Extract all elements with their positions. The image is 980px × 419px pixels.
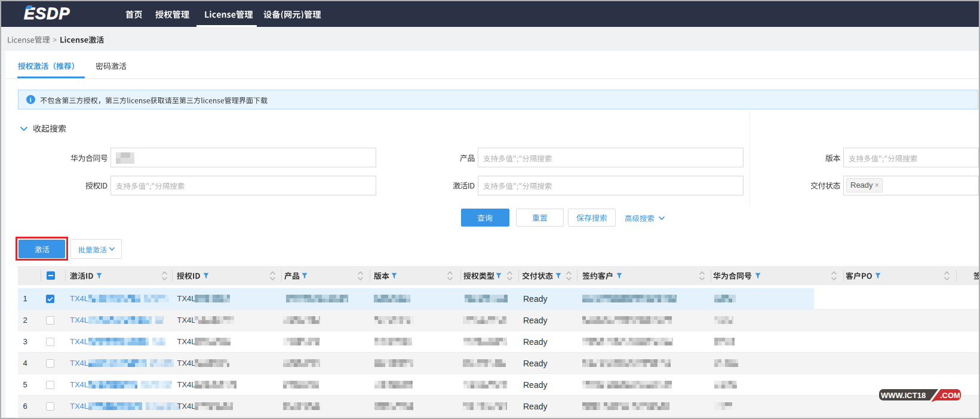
svg-text:.COM: .COM (940, 391, 960, 400)
svg-text:WWW.ICT18: WWW.ICT18 (881, 391, 926, 400)
